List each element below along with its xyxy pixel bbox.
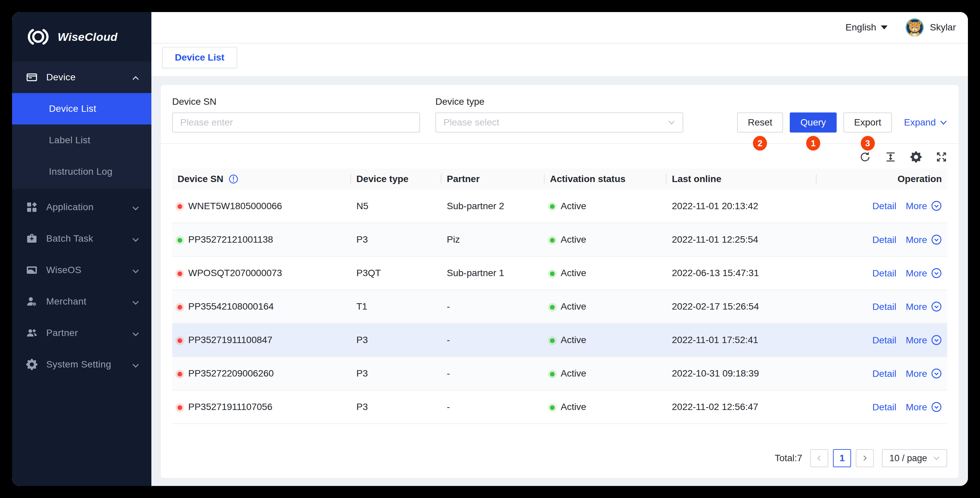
tab-bar: Device List (151, 43, 968, 77)
page-size-value: 10 / page (889, 453, 927, 463)
col-partner: Partner (447, 174, 480, 184)
more-link[interactable]: More (906, 368, 927, 379)
cell-operation: DetailMore (816, 323, 947, 357)
green-status-dot (550, 204, 555, 209)
chevron-down-icon (132, 298, 139, 305)
more-circle-down-icon[interactable] (927, 402, 942, 412)
fullscreen-icon[interactable] (936, 151, 947, 163)
green-status-dot (550, 305, 555, 309)
more-link[interactable]: More (906, 335, 927, 346)
col-last-online: Last online (672, 174, 721, 184)
table-row: PP35271911100847P3-Active2022-11-01 17:5… (172, 323, 947, 357)
sidebar-menu: DeviceDevice ListLabel ListInstruction L… (12, 62, 151, 486)
sidebar-item-partner[interactable]: Partner (12, 317, 151, 349)
prev-page-button[interactable] (810, 449, 828, 467)
more-circle-down-icon[interactable] (927, 201, 942, 211)
table-header-row: Device SN Device type Partner Activation… (172, 169, 947, 189)
device-type-label: Device type (435, 97, 683, 107)
content: Device SN Device type Please select (151, 77, 968, 486)
device-sn-label: Device SN (172, 97, 420, 107)
red-status-dot (178, 372, 182, 376)
cell-last-online: 2022-02-17 15:26:54 (667, 290, 816, 323)
green-status-dot (550, 338, 555, 343)
chevron-right-icon (861, 455, 868, 462)
sidebar-item-batch-task[interactable]: Batch Task (12, 223, 151, 254)
sidebar-item-device-list[interactable]: Device List (12, 93, 151, 125)
more-circle-down-icon[interactable] (927, 301, 942, 312)
chevron-down-icon (668, 119, 675, 126)
sidebar-item-wiseos[interactable]: WiseOS (12, 254, 151, 286)
next-page-button[interactable] (856, 449, 874, 467)
detail-link[interactable]: Detail (872, 235, 897, 245)
cell-operation: DetailMore (816, 390, 947, 424)
user-menu[interactable]: Skylar (906, 18, 956, 36)
page-1-button[interactable]: 1 (833, 449, 851, 467)
detail-link[interactable]: Detail (872, 301, 897, 312)
more-circle-down-icon[interactable] (927, 268, 942, 278)
more-link[interactable]: More (906, 268, 927, 278)
device-type-select[interactable]: Please select (435, 113, 683, 133)
sidebar-item-label-list[interactable]: Label List (12, 125, 151, 156)
more-circle-down-icon[interactable] (927, 368, 942, 379)
export-button[interactable]: Export (843, 113, 892, 133)
detail-link[interactable]: Detail (872, 268, 897, 278)
col-device-type: Device type (356, 174, 409, 184)
reset-button[interactable]: Reset (737, 113, 783, 133)
language-label: English (845, 22, 876, 33)
tab-device-list[interactable]: Device List (162, 47, 237, 68)
cell-partner: - (441, 357, 545, 390)
sidebar-item-merchant[interactable]: Merchant (12, 286, 151, 317)
detail-link[interactable]: Detail (872, 201, 897, 211)
sidebar-item-application[interactable]: Application (12, 192, 151, 223)
device-list-card: Device SN Device type Please select (161, 85, 959, 478)
info-icon[interactable] (229, 174, 238, 184)
cell-device-sn: PP35272121001138 (172, 223, 351, 256)
cell-partner: Sub-partner 2 (441, 189, 545, 223)
red-status-dot (178, 338, 182, 343)
device-table: Device SN Device type Partner Activation… (161, 169, 959, 424)
table-row: PP35542108000164T1-Active2022-02-17 15:2… (172, 290, 947, 323)
detail-link[interactable]: Detail (872, 402, 897, 412)
cell-activation-status: Active (545, 256, 667, 290)
sidebar: WiseCloud DeviceDevice ListLabel ListIns… (12, 12, 151, 486)
wisecloud-logo-icon (26, 29, 50, 45)
cell-operation: DetailMore (816, 189, 947, 223)
partner-icon (26, 327, 38, 339)
more-link[interactable]: More (906, 402, 927, 412)
brand-name: WiseCloud (57, 30, 118, 43)
device-type-placeholder: Please select (444, 117, 500, 128)
language-selector[interactable]: English (845, 22, 888, 33)
device-icon (26, 71, 38, 83)
chevron-down-icon (132, 361, 139, 368)
annotation-badge-1: 1 (806, 136, 820, 151)
refresh-icon[interactable] (859, 151, 871, 163)
wiseos-icon (26, 264, 38, 276)
detail-link[interactable]: Detail (872, 335, 897, 346)
more-link[interactable]: More (906, 301, 927, 312)
device-sn-input[interactable] (180, 117, 412, 128)
cell-activation-status: Active (545, 390, 667, 424)
cell-last-online: 2022-11-01 20:13:42 (667, 189, 816, 223)
more-circle-down-icon[interactable] (927, 235, 942, 245)
expand-link[interactable]: Expand (904, 117, 947, 128)
query-button[interactable]: Query (790, 113, 837, 133)
detail-link[interactable]: Detail (872, 368, 897, 379)
sidebar-item-device[interactable]: Device (12, 62, 151, 93)
table-row: PP35272209006260P3-Active2022-10-31 09:1… (172, 357, 947, 390)
more-link[interactable]: More (906, 201, 927, 211)
sidebar-item-system-setting[interactable]: System Setting (12, 349, 151, 380)
more-circle-down-icon[interactable] (927, 335, 942, 346)
caret-down-icon (881, 25, 888, 29)
chevron-down-icon (132, 266, 139, 274)
cell-partner: Piz (441, 223, 545, 256)
sidebar-item-instruction-log[interactable]: Instruction Log (12, 156, 151, 187)
chevron-down-icon (132, 203, 139, 211)
density-icon[interactable] (885, 151, 896, 163)
more-link[interactable]: More (906, 235, 927, 245)
settings-gear-icon[interactable] (910, 151, 922, 163)
chevron-down-icon (132, 235, 139, 242)
red-status-dot (178, 305, 182, 309)
page-size-select[interactable]: 10 / page (882, 449, 947, 467)
red-status-dot (178, 271, 182, 276)
username: Skylar (930, 22, 956, 33)
